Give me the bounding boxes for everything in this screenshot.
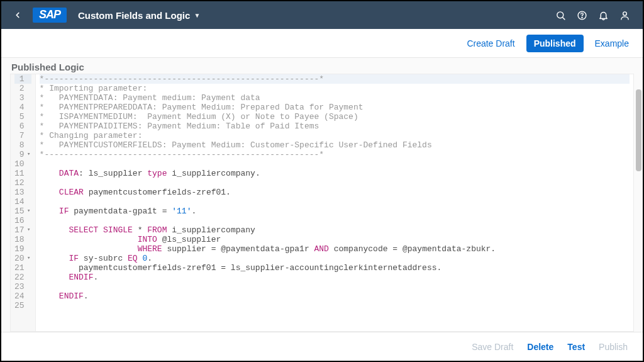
- code-line[interactable]: ENDIF.: [40, 273, 630, 282]
- section-title: Published Logic: [11, 62, 634, 72]
- search-icon[interactable]: [550, 4, 571, 26]
- shell-title[interactable]: Custom Fields and Logic ▼: [78, 10, 200, 21]
- gutter-line: 8: [14, 140, 31, 150]
- code-line[interactable]: * ISPAYMENTMEDIUM: Payment Medium (X) or…: [40, 112, 630, 122]
- code-editor[interactable]: 123456789▾101112131415▾1617▾181920▾21222…: [10, 74, 634, 332]
- fold-toggle-icon[interactable]: ▾: [26, 254, 31, 263]
- help-icon[interactable]: [571, 4, 592, 26]
- gutter-line: 3: [14, 93, 31, 103]
- code-line[interactable]: SELECT SINGLE * FROM i_suppliercompany: [40, 225, 630, 235]
- fold-toggle-icon[interactable]: ▾: [26, 206, 31, 216]
- code-line[interactable]: ENDIF.: [40, 291, 630, 301]
- gutter-line: 18: [14, 235, 31, 244]
- sap-logo-text: SAP: [33, 8, 67, 23]
- create-draft-button[interactable]: Create Draft: [467, 38, 514, 48]
- code-line[interactable]: * PAYMENTPREPAREDDATA: Payment Medium: P…: [40, 103, 630, 112]
- gutter-line: 10: [14, 159, 31, 169]
- svg-point-4: [623, 11, 626, 15]
- published-button[interactable]: Published: [526, 35, 584, 52]
- published-logic-section: Published Logic 123456789▾101112131415▾1…: [1, 58, 643, 332]
- gutter-line: 9▾: [14, 150, 31, 159]
- notification-icon[interactable]: [592, 4, 614, 26]
- gutter-line: 7: [14, 131, 31, 140]
- gutter-line: 15▾: [14, 206, 31, 216]
- back-button[interactable]: [9, 6, 26, 24]
- code-line[interactable]: paymentcustomerfields-zref01 = ls_suppli…: [40, 263, 630, 273]
- chevron-down-icon: ▼: [194, 12, 200, 19]
- save-draft-button: Save Draft: [472, 342, 513, 352]
- code-line[interactable]: [40, 197, 630, 206]
- gutter-line: 11: [14, 169, 31, 178]
- gutter-line: 1: [14, 74, 31, 84]
- gutter-line: 16: [14, 216, 31, 225]
- code-line[interactable]: [40, 282, 630, 291]
- code-line[interactable]: *---------------------------------------…: [40, 150, 630, 159]
- editor-gutter: 123456789▾101112131415▾1617▾181920▾21222…: [11, 74, 36, 331]
- code-line[interactable]: *---------------------------------------…: [40, 74, 630, 84]
- gutter-line: 22: [14, 273, 31, 282]
- publish-button: Publish: [599, 342, 628, 352]
- example-button[interactable]: Example: [595, 38, 629, 48]
- code-line[interactable]: CLEAR paymentcustomerfields-zref01.: [40, 188, 630, 197]
- scrollbar-thumb[interactable]: [636, 89, 641, 171]
- gutter-line: 17▾: [14, 225, 31, 235]
- code-line[interactable]: * Changing parameter:: [40, 131, 630, 140]
- gutter-line: 14: [14, 197, 31, 206]
- code-line[interactable]: WHERE supplier = @paymentdata-gpa1r AND …: [40, 244, 630, 254]
- code-line[interactable]: [40, 159, 630, 169]
- user-icon[interactable]: [614, 4, 635, 26]
- gutter-line: 12: [14, 178, 31, 188]
- code-line[interactable]: * PAYMENTPAIDITEMS: Payment Medium: Tabl…: [40, 122, 630, 131]
- code-line[interactable]: * PAYMENTDATA: Payment medium: Payment d…: [40, 93, 630, 103]
- svg-point-3: [581, 17, 582, 18]
- code-line[interactable]: IF paymentdata-gpa1t = '11'.: [40, 206, 630, 216]
- code-line[interactable]: * Importing parameter:: [40, 84, 630, 93]
- action-bar: Create Draft Published Example: [1, 29, 643, 58]
- code-line[interactable]: IF sy-subrc EQ 0.: [40, 254, 630, 263]
- gutter-line: 21: [14, 263, 31, 273]
- delete-button[interactable]: Delete: [527, 342, 553, 352]
- code-line[interactable]: DATA: ls_supplier type i_suppliercompany…: [40, 169, 630, 178]
- code-line[interactable]: [40, 301, 630, 310]
- gutter-line: 23: [14, 282, 31, 291]
- editor-code[interactable]: *---------------------------------------…: [36, 74, 633, 331]
- shell-header: SAP Custom Fields and Logic ▼: [1, 1, 643, 29]
- gutter-line: 6: [14, 122, 31, 131]
- svg-line-1: [562, 17, 564, 19]
- sap-logo: SAP: [33, 8, 67, 23]
- code-line[interactable]: [40, 178, 630, 188]
- gutter-line: 20▾: [14, 254, 31, 263]
- gutter-line: 4: [14, 103, 31, 112]
- test-button[interactable]: Test: [567, 342, 585, 352]
- gutter-line: 19: [14, 244, 31, 254]
- code-line[interactable]: [40, 216, 630, 225]
- gutter-line: 24: [14, 291, 31, 301]
- gutter-line: 2: [14, 84, 31, 93]
- fold-toggle-icon[interactable]: ▾: [26, 150, 31, 159]
- gutter-line: 25: [14, 301, 31, 310]
- code-line[interactable]: INTO @ls_supplier: [40, 235, 630, 244]
- shell-title-text: Custom Fields and Logic: [78, 10, 190, 21]
- gutter-line: 5: [14, 112, 31, 122]
- code-line[interactable]: * PAYMENTCUSTOMERFIELDS: Payment Medium:…: [40, 140, 630, 150]
- footer-toolbar: Save Draft Delete Test Publish: [1, 332, 643, 361]
- gutter-line: 13: [14, 188, 31, 197]
- fold-toggle-icon[interactable]: ▾: [26, 225, 31, 235]
